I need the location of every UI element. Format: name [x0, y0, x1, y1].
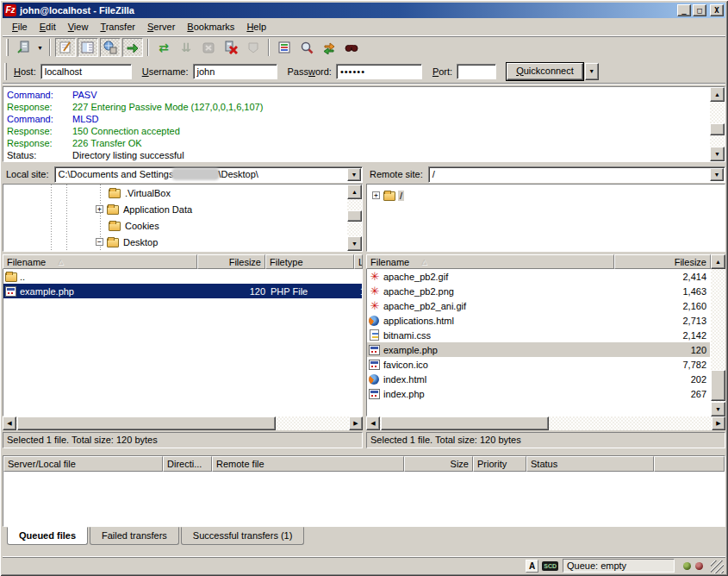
scroll-down-icon[interactable]: ▼ [711, 402, 725, 416]
toggle-transfer-queue-button[interactable] [122, 38, 143, 57]
directory-filters-button[interactable] [274, 38, 295, 57]
hscroll-thumb[interactable] [381, 416, 549, 430]
column-size[interactable]: Size [404, 456, 473, 472]
maximize-button[interactable]: □ [693, 4, 706, 16]
port-input[interactable] [457, 64, 496, 79]
expand-icon[interactable]: + [372, 191, 380, 199]
toggle-remote-tree-button[interactable] [100, 38, 121, 57]
find-files-button[interactable] [341, 38, 362, 57]
tree-item-desktop[interactable]: − Desktop [3, 234, 362, 250]
scroll-right-icon[interactable]: ▶ [712, 416, 725, 430]
resize-grip[interactable] [711, 560, 724, 573]
chevron-down-icon[interactable]: ▼ [710, 168, 724, 181]
tab-successful-transfers[interactable]: Successful transfers (1) [181, 527, 305, 545]
quickbar-grip[interactable] [4, 63, 7, 80]
disconnect-button[interactable] [221, 38, 241, 57]
scroll-down-icon[interactable]: ▼ [710, 147, 725, 161]
title-bar[interactable]: Fz john@localhost - FileZilla _ □ X [3, 3, 725, 18]
toggle-message-log-button[interactable] [55, 38, 76, 57]
binoculars-icon [345, 41, 358, 54]
log-scroll-thumb[interactable] [710, 123, 725, 135]
speed-limit-indicator-icon[interactable]: SCD [542, 561, 558, 571]
column-priority[interactable]: Priority [473, 456, 526, 472]
menu-file[interactable]: File [6, 19, 34, 34]
menu-edit[interactable]: Edit [34, 19, 62, 34]
tab-queued-files[interactable]: Queued files [7, 527, 88, 545]
menu-help[interactable]: Help [240, 19, 272, 34]
host-input[interactable]: localhost [40, 64, 132, 79]
refresh-button[interactable]: ⇄ [153, 38, 174, 57]
file-row-parent-dir[interactable]: .. [3, 269, 362, 284]
scroll-right-icon[interactable]: ▶ [349, 416, 363, 430]
column-direction[interactable]: Directi... [163, 456, 212, 472]
tab-failed-transfers[interactable]: Failed transfers [90, 527, 179, 545]
menu-server[interactable]: Server [141, 19, 181, 34]
remote-list-scrollbar[interactable]: ▲ ▼ [711, 254, 725, 416]
quickconnect-button[interactable]: Quickconnect [507, 63, 583, 80]
tree-item-application-data[interactable]: + Application Data [3, 201, 362, 217]
toolbar-grip[interactable] [6, 39, 9, 56]
chevron-down-icon[interactable]: ▼ [347, 168, 361, 181]
file-row[interactable]: ✳apache_pb2.gif 2,414 [367, 269, 710, 284]
password-input[interactable]: •••••• [336, 64, 422, 79]
collapse-icon[interactable]: − [96, 238, 103, 246]
list-scroll-thumb[interactable] [711, 370, 725, 401]
minimize-button[interactable]: _ [677, 4, 691, 16]
local-list-hscrollbar[interactable]: ◀ ▶ [3, 416, 363, 430]
menu-bookmarks[interactable]: Bookmarks [181, 19, 240, 34]
reconnect-icon [246, 41, 260, 54]
scroll-up-icon[interactable]: ▲ [710, 87, 725, 102]
scroll-left-icon[interactable]: ◀ [366, 416, 380, 430]
file-row[interactable]: bitnami.css 2,142 [367, 328, 710, 342]
column-server-local-file[interactable]: Server/Local file [3, 456, 163, 472]
local-site-combo[interactable]: C:\Documents and Settings\Desktop\ ▼ [54, 166, 363, 183]
file-row[interactable]: index.php 267 [367, 386, 710, 401]
expand-icon[interactable]: + [96, 205, 103, 213]
transfer-type-indicator-icon[interactable]: A [526, 560, 538, 573]
directory-comparison-button[interactable] [296, 38, 317, 57]
menu-transfer[interactable]: Transfer [94, 19, 141, 34]
log-scrollbar[interactable]: ▲ ▼ [710, 87, 725, 161]
site-manager-button[interactable] [13, 38, 34, 57]
column-filename[interactable]: Filename△ [366, 254, 614, 269]
column-filesize[interactable]: Filesize [197, 254, 265, 269]
remote-list-hscrollbar[interactable]: ◀ ▶ [366, 416, 725, 430]
column-status[interactable]: Status [526, 456, 654, 472]
message-log[interactable]: Command:PASV Response:227 Entering Passi… [3, 86, 725, 162]
close-button[interactable]: X [710, 4, 724, 16]
synchronized-browsing-button[interactable] [319, 38, 339, 57]
tree-item-virtualbox[interactable]: .VirtualBox [3, 185, 362, 201]
site-manager-dropdown[interactable]: ▼ [34, 38, 46, 57]
reconnect-button[interactable] [243, 38, 264, 57]
quickconnect-dropdown[interactable]: ▼ [585, 63, 599, 80]
file-row[interactable]: favicon.ico 7,782 [367, 357, 710, 372]
scroll-up-icon[interactable]: ▲ [711, 254, 725, 269]
hscroll-thumb[interactable] [17, 416, 276, 430]
local-directory-tree[interactable]: .VirtualBox + Application Data Cookies −… [3, 184, 363, 252]
file-row[interactable]: applications.html 2,713 [367, 313, 710, 328]
file-row[interactable]: index.html 202 [367, 372, 710, 386]
file-row[interactable]: ✳apache_pb2_ani.gif 2,160 [367, 298, 710, 313]
tree-item-root[interactable]: + / [367, 187, 725, 203]
scroll-up-icon[interactable]: ▲ [347, 185, 362, 199]
tree-scroll-thumb[interactable] [347, 210, 362, 222]
column-filename[interactable]: Filename△ [3, 254, 197, 269]
column-last-modified[interactable]: L [354, 254, 363, 269]
process-queue-button[interactable]: ⇊ [176, 38, 196, 57]
column-remote-file[interactable]: Remote file [212, 456, 404, 472]
tree-item-cookies[interactable]: Cookies [3, 217, 362, 234]
scroll-left-icon[interactable]: ◀ [3, 416, 16, 430]
column-filetype[interactable]: Filetype [265, 254, 354, 269]
remote-directory-tree[interactable]: + / [366, 184, 725, 252]
toggle-local-tree-button[interactable] [78, 38, 98, 57]
remote-site-combo[interactable]: / ▼ [428, 166, 725, 183]
username-input[interactable]: john [193, 64, 277, 79]
column-filesize[interactable]: Filesize [614, 254, 711, 269]
file-row-example-php[interactable]: example.php 120 PHP File 1 [3, 284, 362, 298]
cancel-operation-button[interactable] [198, 38, 219, 57]
file-row[interactable]: ✳apache_pb2.png 1,463 [367, 284, 710, 298]
local-tree-scrollbar[interactable]: ▲ ▼ [347, 185, 362, 251]
scroll-down-icon[interactable]: ▼ [347, 236, 362, 251]
menu-view[interactable]: View [62, 19, 95, 34]
file-row-selected[interactable]: example.php 120 [367, 342, 710, 357]
